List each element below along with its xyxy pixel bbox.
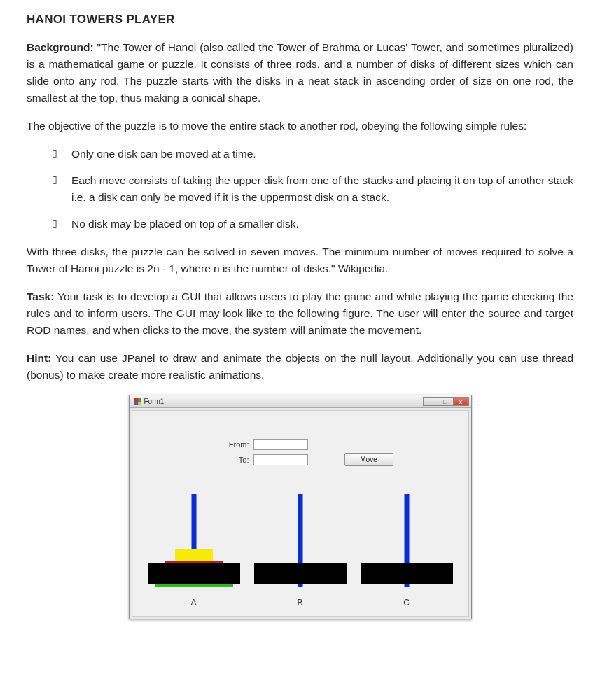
task-paragraph: Task: Your task is to develop a GUI that… <box>27 288 573 339</box>
maximize-button[interactable]: □ <box>438 397 454 406</box>
hint-text: You can use JPanel to draw and animate t… <box>27 352 573 381</box>
minimize-button[interactable]: — <box>423 397 438 406</box>
from-input[interactable] <box>253 439 308 450</box>
rule-item: Each move consists of taking the upper d… <box>56 172 573 206</box>
rules-list: Only one disk can be moved at a time. Ea… <box>27 146 573 232</box>
background-close: With three disks, the puzzle can be solv… <box>27 244 573 277</box>
base-b <box>254 563 347 584</box>
app-window: Form1 — □ x From: To: Move <box>129 395 472 620</box>
hint-paragraph: Hint: You can use JPanel to draw and ani… <box>27 350 573 384</box>
objective-intro: The objective of the puzzle is to move t… <box>27 118 573 134</box>
tower-a: A <box>148 494 240 608</box>
client-area: From: To: Move A <box>132 410 469 617</box>
page-title: HANOI TOWERS PLAYER <box>27 13 573 27</box>
rod-label-b: B <box>297 598 302 608</box>
rule-item: No disk may be placed on top of a smalle… <box>56 216 573 232</box>
background-label: Background: <box>27 41 94 53</box>
from-label: From: <box>138 440 253 449</box>
to-input[interactable] <box>253 454 308 465</box>
task-text: Your task is to develop a GUI that allow… <box>27 290 573 336</box>
towers-stage: A B C <box>138 494 463 609</box>
rod-label-c: C <box>403 598 410 608</box>
base-c <box>361 563 453 584</box>
background-paragraph-1: Background: "The Tower of Hanoi (also ca… <box>27 39 573 106</box>
rod-label-a: A <box>190 598 196 608</box>
task-label: Task: <box>27 290 54 302</box>
base-a <box>148 563 240 584</box>
app-icon <box>134 398 141 405</box>
tower-b: B <box>254 494 347 608</box>
background-text-1: "The Tower of Hanoi (also called the Tow… <box>27 41 573 104</box>
rule-item: Only one disk can be moved at a time. <box>56 146 573 162</box>
move-button[interactable]: Move <box>344 453 393 466</box>
titlebar[interactable]: Form1 — □ x <box>130 396 471 408</box>
close-button[interactable]: x <box>454 397 469 406</box>
tower-c: C <box>361 494 453 608</box>
disk-small <box>175 549 213 561</box>
to-label: To: <box>138 456 253 464</box>
window-title: Form1 <box>144 398 165 405</box>
hint-label: Hint: <box>27 352 51 364</box>
